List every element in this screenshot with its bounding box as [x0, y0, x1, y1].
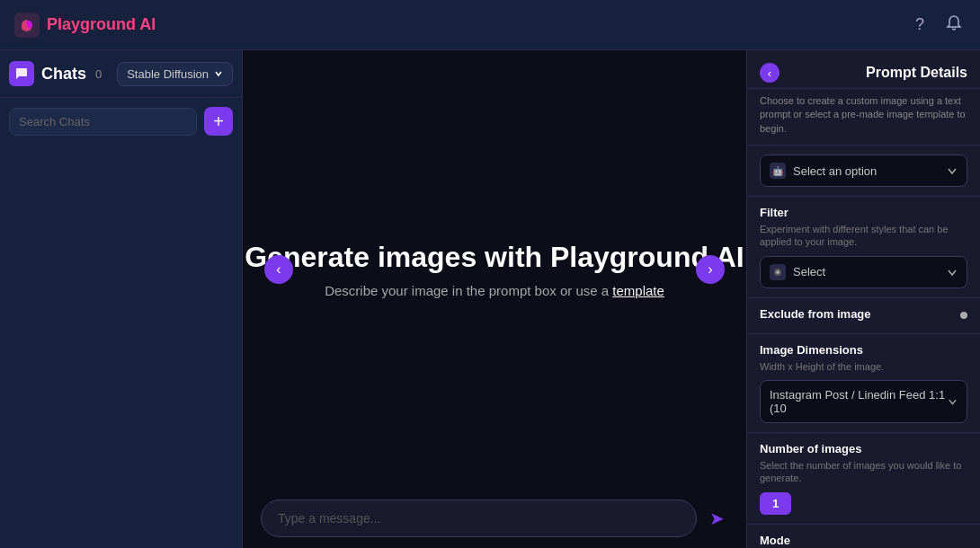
help-button[interactable]: ?: [912, 12, 928, 38]
prev-arrow-button[interactable]: ‹: [264, 255, 293, 284]
center-content: ‹ Generate images with Playground AI Des…: [243, 50, 746, 548]
filter-description: Experiment with different styles that ca…: [760, 223, 967, 249]
select-option-label: Select an option: [793, 164, 877, 178]
model-selector[interactable]: Stable Diffusion: [117, 62, 233, 86]
exclude-indicator: [960, 312, 967, 319]
app-title: Playground AI: [47, 15, 156, 34]
collapse-button[interactable]: ‹: [760, 63, 780, 83]
exclude-row: Exclude from image: [760, 307, 967, 324]
panel-description: Choose to create a custom image using a …: [747, 89, 980, 145]
chats-left: Chats 0: [9, 61, 102, 86]
num-images-title: Number of images: [760, 442, 967, 455]
mode-title: Mode: [760, 534, 967, 547]
chats-title: Chats: [41, 65, 86, 84]
search-input[interactable]: [9, 108, 197, 136]
model-selector-label: Stable Diffusion: [127, 67, 209, 81]
chats-icon: [9, 61, 34, 86]
num-images-description: Select the number of images you would li…: [760, 459, 967, 485]
main-subtitle: Describe your image in the prompt box or…: [325, 283, 664, 298]
next-arrow-button[interactable]: ›: [696, 255, 725, 284]
svg-point-2: [776, 270, 780, 274]
sidebar-search-row: +: [0, 98, 242, 145]
select-option-dropdown[interactable]: 🤖 Select an option: [760, 155, 967, 187]
send-button[interactable]: ➤: [706, 504, 728, 533]
panel-title: Prompt Details: [866, 65, 967, 81]
image-dimensions-title: Image Dimensions: [760, 343, 967, 357]
header: Playground AI ?: [0, 0, 980, 50]
image-dimensions-section: Image Dimensions Width x Height of the i…: [747, 333, 980, 432]
chevron-down-icon: [947, 165, 958, 176]
dimensions-chevron-icon: [948, 396, 958, 407]
template-link[interactable]: template: [612, 283, 664, 298]
filter-section: Filter Experiment with different styles …: [747, 196, 980, 297]
prompt-section: 🤖 Select an option: [747, 145, 980, 196]
num-images-section: Number of images Select the number of im…: [747, 432, 980, 524]
header-icons: ?: [912, 11, 966, 39]
main-layout: Chats 0 Stable Diffusion + ‹ Generate im…: [0, 50, 980, 548]
logo-icon: [14, 13, 40, 38]
filter-chevron-icon: [947, 267, 958, 278]
header-left: Playground AI: [14, 13, 156, 38]
filter-select-label: Select: [793, 265, 825, 278]
option-icon: 🤖: [770, 163, 786, 179]
num-images-buttons: 1: [760, 492, 967, 515]
filter-title: Filter: [760, 206, 967, 219]
subtitle-text: Describe your image in the prompt box or…: [325, 283, 612, 298]
option-left: 🤖 Select an option: [770, 163, 877, 179]
num-images-1-button[interactable]: 1: [760, 492, 791, 515]
center-body: ‹ Generate images with Playground AI Des…: [243, 50, 746, 489]
filter-dropdown[interactable]: Select: [760, 256, 967, 288]
sidebar-top: Chats 0 Stable Diffusion: [0, 50, 242, 98]
notifications-button[interactable]: [942, 11, 966, 39]
filter-left: Select: [770, 264, 825, 280]
mode-section: Mode Advanced mode show rarely used para…: [747, 524, 980, 548]
filter-icon: [770, 264, 786, 280]
main-title: Generate images with Playground AI: [245, 241, 744, 274]
image-dimensions-dropdown[interactable]: Instagram Post / Linedin Feed 1:1 (10: [760, 380, 967, 423]
exclude-section: Exclude from image: [747, 297, 980, 333]
right-panel-header: ‹ Prompt Details: [747, 50, 980, 89]
add-chat-button[interactable]: +: [204, 107, 233, 136]
image-dimensions-description: Width x Height of the image.: [760, 360, 967, 373]
image-dimensions-selected: Instagram Post / Linedin Feed 1:1 (10: [770, 388, 948, 415]
chat-input[interactable]: [261, 499, 697, 537]
exclude-title: Exclude from image: [760, 307, 871, 321]
chats-count: 0: [95, 67, 102, 81]
sidebar: Chats 0 Stable Diffusion +: [0, 50, 243, 548]
chat-input-row: ➤: [243, 489, 746, 548]
right-panel: ‹ Prompt Details Choose to create a cust…: [746, 50, 980, 548]
